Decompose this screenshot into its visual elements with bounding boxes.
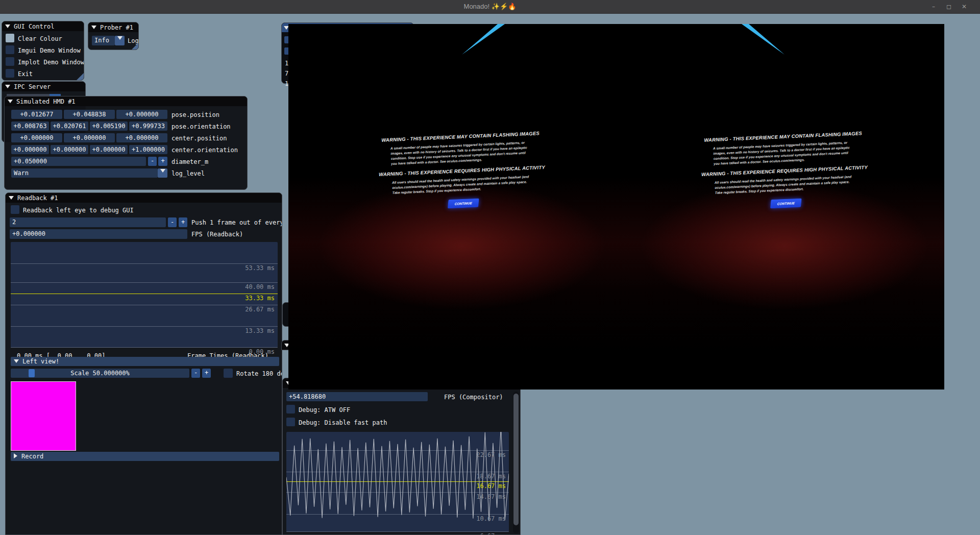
pose-position-y[interactable]: +0.048838 [64, 110, 115, 119]
pose-orientation-label: pose.orientation [172, 123, 231, 130]
scale-minus-button[interactable]: - [191, 369, 200, 378]
push-frames-minus-button[interactable]: - [168, 217, 177, 227]
readback-frame-times-plot[interactable]: 53.33 ms 40.00 ms 33.33 ms 26.67 ms 13.3… [11, 242, 278, 348]
prober-titlebar[interactable]: Prober #1 [88, 22, 138, 32]
ytick-label-highlight: 16.67 ms [476, 482, 506, 490]
collapse-icon[interactable] [14, 359, 19, 363]
debug-atw-checkbox[interactable] [286, 405, 295, 414]
diameter-label: diameter_m [172, 158, 208, 165]
scale-slider[interactable]: Scale 50.000000% [11, 369, 189, 378]
cyan-streak-right-icon [742, 24, 785, 55]
gridline-highlight [11, 294, 278, 294]
collapse-right-icon[interactable] [14, 453, 17, 458]
implot-demo-checkbox[interactable] [6, 57, 14, 66]
lens-flare-streaks [288, 24, 944, 85]
collapse-icon[interactable] [8, 100, 13, 103]
gridline [11, 326, 278, 327]
collapse-icon[interactable] [91, 26, 96, 29]
debug-atw-label: Debug: ATW OFF [299, 406, 350, 414]
collapse-icon[interactable] [5, 85, 10, 88]
os-titlebar: Monado! ✨⚡🔥 – ◻ ✕ [0, 0, 980, 14]
resize-grip[interactable] [77, 73, 84, 80]
center-position-x[interactable]: +0.000000 [11, 133, 62, 142]
diameter-input[interactable]: +0.050000 [11, 157, 146, 166]
center-position-y[interactable]: +0.000000 [64, 133, 115, 142]
diameter-minus-button[interactable]: - [148, 157, 157, 166]
chevron-down-icon [160, 169, 165, 173]
imgui-demo-label: Imgui Demo Window [18, 47, 81, 54]
collapse-icon[interactable] [9, 196, 14, 200]
gui-control-window: GUI Control Clear Colour Imgui Demo Wind… [2, 21, 84, 81]
pose-orientation-w[interactable]: +0.999733 [129, 121, 167, 131]
gui-control-titlebar[interactable]: GUI Control [2, 21, 84, 31]
fps-readback-label: FPS (Readback) [191, 231, 243, 238]
compositor-frame-times-plot[interactable]: 22.67 ms 18.67 ms 16.67 ms 14.67 ms 10.6… [286, 432, 509, 532]
center-orientation-x[interactable]: +0.000000 [11, 145, 49, 154]
pose-position-x[interactable]: +0.012677 [11, 110, 62, 119]
center-orientation-z[interactable]: +0.000000 [90, 145, 128, 154]
left-view-header-label: Left view! [22, 358, 59, 365]
ipc-server-titlebar[interactable]: IPC Server [2, 82, 85, 91]
pose-position-label: pose.position [172, 111, 219, 118]
left-view-header[interactable]: Left view! [11, 357, 279, 366]
combo-arrow-button[interactable] [115, 36, 125, 45]
log-level-combo-value[interactable]: Info [92, 36, 115, 45]
readback-titlebar[interactable]: Readback #1 [6, 193, 282, 203]
record-header-label: Record [21, 453, 43, 460]
resize-grip[interactable] [132, 43, 138, 50]
scrollbar-thumb[interactable] [513, 394, 519, 525]
clear-colour-checkbox[interactable] [6, 34, 14, 42]
warning-body-safety: All users should read the health and saf… [392, 174, 533, 196]
center-orientation-w[interactable]: +1.000000 [129, 145, 167, 154]
readback-window: Readback #1 Readback left eye to debug G… [5, 192, 282, 535]
debug-fastpath-label: Debug: Disable fast path [299, 419, 387, 426]
continue-button[interactable]: CONTINUE [448, 199, 479, 209]
fps-compositor-label: FPS (Compositor) [444, 394, 503, 401]
clear-colour-label: Clear Colour [18, 35, 62, 42]
record-header[interactable]: Record [11, 452, 279, 461]
prober-window: Prober #1 Info Log [88, 22, 139, 50]
scale-plus-button[interactable]: + [202, 369, 211, 378]
readback-left-eye-label: Readback left eye to debug GUI [23, 207, 134, 214]
continue-button[interactable]: CONTINUE [770, 199, 802, 209]
pose-position-z[interactable]: +0.000000 [116, 110, 167, 119]
rotate-180-label: Rotate 180 de [236, 370, 282, 377]
pose-orientation-x[interactable]: +0.008763 [11, 121, 49, 131]
ytick-label: 53.33 ms [245, 264, 275, 272]
imgui-demo-checkbox[interactable] [6, 45, 14, 54]
left-eye-warning-panel: WARNING - THIS EXPERIENCE MAY CONTAIN FL… [369, 130, 555, 212]
readback-left-eye-checkbox[interactable] [11, 205, 19, 214]
center-orientation-y[interactable]: +0.000000 [51, 145, 88, 154]
maximize-button[interactable]: ◻ [943, 2, 954, 12]
center-position-z[interactable]: +0.000000 [116, 133, 167, 142]
ytick-label-highlight: 33.33 ms [245, 295, 275, 302]
simulated-hmd-titlebar[interactable]: Simulated HMD #1 [5, 96, 247, 106]
gui-control-title: GUI Control [14, 23, 54, 30]
ytick-label: 40.00 ms [245, 283, 275, 290]
collapse-icon[interactable] [5, 25, 10, 28]
center-position-label: center.position [172, 135, 227, 142]
log-level-combo-arrow[interactable] [158, 168, 167, 178]
push-frames-input[interactable]: 2 [10, 217, 166, 227]
prober-title: Prober #1 [100, 24, 133, 31]
gridline [11, 263, 278, 264]
close-button[interactable]: ✕ [959, 2, 970, 12]
push-frames-plus-button[interactable]: + [179, 217, 187, 227]
diameter-plus-button[interactable]: + [158, 157, 167, 166]
scrollbar[interactable] [513, 392, 519, 533]
ytick-label: 6.67 ms [480, 532, 506, 535]
fps-readback-input[interactable]: +0.000000 [10, 229, 187, 239]
minimize-button[interactable]: – [928, 2, 939, 12]
fps-compositor-input[interactable]: +54.818680 [286, 392, 428, 401]
pose-orientation-z[interactable]: +0.005190 [90, 121, 128, 131]
log-level-combo[interactable]: Warn [11, 168, 158, 178]
pose-orientation-y[interactable]: +0.020761 [51, 121, 88, 131]
gridline [11, 282, 278, 283]
exit-checkbox[interactable] [6, 69, 14, 78]
implot-demo-label: Implot Demo Window [18, 59, 84, 66]
simulated-hmd-window: Simulated HMD #1 +0.012677 +0.048838 +0.… [4, 96, 248, 190]
scale-slider-grab[interactable] [29, 369, 35, 377]
ytick-label: 13.33 ms [245, 327, 275, 334]
rotate-180-checkbox[interactable] [224, 369, 233, 378]
debug-fastpath-checkbox[interactable] [286, 418, 295, 426]
